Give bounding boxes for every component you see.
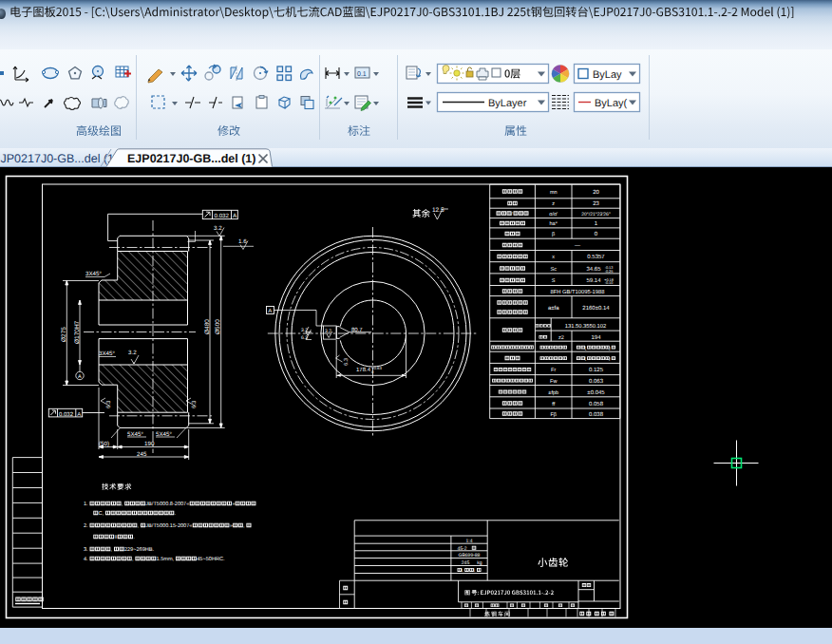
svg-text:JB/T5000.15-2007«: JB/T5000.15-2007« xyxy=(145,522,192,529)
svg-text:12.5: 12.5 xyxy=(432,207,444,214)
svg-text:±fpb: ±fpb xyxy=(548,390,558,396)
svg-text:Fw: Fw xyxy=(550,379,557,385)
svg-text:45~50HRC.: 45~50HRC. xyxy=(197,557,225,562)
svg-text:a±fa: a±fa xyxy=(548,305,559,312)
svg-text:Ø500: Ø500 xyxy=(215,319,221,334)
svg-text:β: β xyxy=(552,232,555,237)
svg-text:80.7: 80.7 xyxy=(351,327,363,333)
svg-text:-0.10: -0.10 xyxy=(605,281,614,285)
svg-text:A: A xyxy=(233,213,237,219)
svg-text:A: A xyxy=(78,374,82,380)
svg-text:3.2: 3.2 xyxy=(128,350,137,356)
svg-text:-0.25: -0.25 xyxy=(605,270,614,274)
svg-text:.: . xyxy=(175,511,177,517)
svg-text:GB699-88: GB699-88 xyxy=(459,553,481,559)
svg-text:0.063: 0.063 xyxy=(589,378,604,385)
svg-text:JB/T5000.8-2007«: JB/T5000.8-2007« xyxy=(145,501,189,507)
svg-text:0.032: 0.032 xyxy=(59,411,74,418)
svg-text:II: II xyxy=(114,535,118,540)
svg-text:3.2: 3.2 xyxy=(214,225,222,232)
svg-text:3.: 3. xyxy=(84,547,88,553)
svg-text:Ø480: Ø480 xyxy=(204,319,211,334)
svg-text:0: 0 xyxy=(371,369,374,374)
svg-text:Fr: Fr xyxy=(551,368,556,373)
svg-text:Sc: Sc xyxy=(550,267,557,273)
svg-text:34.65: 34.65 xyxy=(586,266,601,273)
svg-text:190: 190 xyxy=(144,441,155,447)
svg-text:Ø275: Ø275 xyxy=(61,327,67,342)
svg-text:1.5mm,: 1.5mm, xyxy=(157,557,175,562)
svg-text:229~269HB.: 229~269HB. xyxy=(124,547,155,553)
svg-text:0.032: 0.032 xyxy=(215,213,230,219)
svg-text:1: 1 xyxy=(595,220,598,227)
svg-text:1:4: 1:4 xyxy=(466,539,473,544)
svg-text:(50): (50) xyxy=(99,441,109,447)
svg-text:z: z xyxy=(552,201,555,207)
svg-text:ByLay(: ByLay( xyxy=(595,98,628,109)
svg-text:,: , xyxy=(111,547,113,553)
svg-text:6.3: 6.3 xyxy=(343,358,350,366)
svg-text:2.: 2. xyxy=(84,523,88,529)
svg-text:kg: kg xyxy=(477,560,482,566)
svg-text:.: . xyxy=(133,535,135,540)
svg-text:z2: z2 xyxy=(558,335,564,341)
svg-text:5X45°: 5X45° xyxy=(127,431,143,438)
svg-text:»: » xyxy=(230,523,233,529)
svg-text:,: , xyxy=(122,502,123,507)
svg-text:45-2: 45-2 xyxy=(457,546,466,552)
svg-text:0.5357: 0.5357 xyxy=(587,254,605,260)
svg-text:ByLayer: ByLayer xyxy=(488,98,527,109)
svg-text:1.: 1. xyxy=(84,502,88,507)
svg-text:8FH GB/T10095-1988: 8FH GB/T10095-1988 xyxy=(550,289,604,295)
svg-text:A: A xyxy=(268,308,272,314)
svg-text:20: 20 xyxy=(593,189,599,196)
svg-text:3X45°: 3X45° xyxy=(85,271,102,277)
svg-text:»: » xyxy=(232,502,235,507)
svg-text:C,: C, xyxy=(99,511,104,517)
svg-text:5X45°: 5X45° xyxy=(156,431,172,438)
svg-text:23: 23 xyxy=(593,200,599,207)
svg-text:JP0217J0-GB...del (1): JP0217J0-GB...del (1) xyxy=(1,152,119,165)
svg-text:ff: ff xyxy=(552,402,555,407)
svg-text:,: , xyxy=(243,523,245,529)
svg-text:0: 0 xyxy=(595,231,598,237)
svg-text:x: x xyxy=(552,255,555,260)
svg-text:0.058: 0.058 xyxy=(589,401,604,407)
svg-text:194: 194 xyxy=(591,334,601,341)
svg-text:59.14: 59.14 xyxy=(586,277,601,284)
svg-text:0.1: 0.1 xyxy=(357,71,367,78)
svg-text:A: A xyxy=(77,411,81,418)
svg-text:3X45°: 3X45° xyxy=(99,350,115,357)
svg-text:Ø170H7: Ø170H7 xyxy=(74,320,81,344)
svg-text:S: S xyxy=(552,278,556,284)
svg-text:ByLay: ByLay xyxy=(593,69,622,81)
svg-text:0.125: 0.125 xyxy=(589,367,604,373)
svg-text:178.4: 178.4 xyxy=(356,367,371,373)
svg-text:245: 245 xyxy=(462,560,470,566)
svg-text:,: , xyxy=(138,523,140,529)
svg-text:2160±0.14: 2160±0.14 xyxy=(582,305,610,312)
svg-text:mn: mn xyxy=(550,190,558,196)
svg-text:20°/21°23'26": 20°/21°23'26" xyxy=(581,212,611,218)
svg-text:±0.045: ±0.045 xyxy=(587,389,605,396)
svg-text:EJP0217J0-GB...del (1): EJP0217J0-GB...del (1) xyxy=(127,152,255,165)
svg-text:0.038: 0.038 xyxy=(589,411,604,418)
svg-text:131.50.3550.102: 131.50.3550.102 xyxy=(565,323,607,330)
svg-text:Fβ: Fβ xyxy=(550,412,557,418)
svg-text:ha*: ha* xyxy=(550,221,558,227)
svg-text:α/α': α/α' xyxy=(549,212,558,218)
svg-text:245: 245 xyxy=(137,451,147,458)
svg-text:—: — xyxy=(575,243,580,249)
svg-text:,: , xyxy=(132,557,134,562)
svg-text:4.: 4. xyxy=(84,557,88,562)
